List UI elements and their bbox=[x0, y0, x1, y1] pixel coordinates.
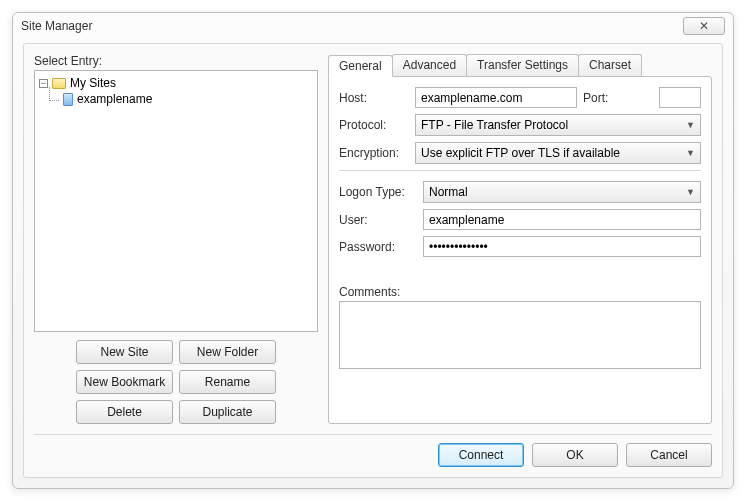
new-folder-button[interactable]: New Folder bbox=[179, 340, 276, 364]
comments-label: Comments: bbox=[339, 285, 701, 299]
server-icon bbox=[63, 93, 73, 106]
tree-item-examplename[interactable]: examplename bbox=[39, 91, 313, 107]
dialog-body: Select Entry: − My Sites examplename New… bbox=[23, 43, 723, 478]
host-input[interactable] bbox=[415, 87, 577, 108]
chevron-down-icon: ▼ bbox=[686, 120, 695, 130]
spacer bbox=[339, 263, 701, 285]
tab-advanced[interactable]: Advanced bbox=[392, 54, 467, 76]
new-bookmark-button[interactable]: New Bookmark bbox=[76, 370, 173, 394]
cancel-button[interactable]: Cancel bbox=[626, 443, 712, 467]
port-input[interactable] bbox=[659, 87, 701, 108]
folder-icon bbox=[52, 78, 66, 89]
password-input[interactable] bbox=[423, 236, 701, 257]
port-label: Port: bbox=[583, 91, 653, 105]
divider bbox=[339, 170, 701, 171]
logon-type-value: Normal bbox=[429, 185, 468, 199]
delete-button[interactable]: Delete bbox=[76, 400, 173, 424]
site-manager-window: Site Manager ✕ Select Entry: − My Sites … bbox=[12, 12, 734, 489]
tab-transfer-settings[interactable]: Transfer Settings bbox=[466, 54, 579, 76]
password-label: Password: bbox=[339, 240, 417, 254]
logon-type-label: Logon Type: bbox=[339, 185, 417, 199]
tree-root-label: My Sites bbox=[70, 76, 116, 90]
tree-root-my-sites[interactable]: − My Sites bbox=[39, 75, 313, 91]
tree-item-label: examplename bbox=[77, 92, 152, 106]
tab-general[interactable]: General bbox=[328, 55, 393, 77]
site-tree[interactable]: − My Sites examplename bbox=[34, 70, 318, 332]
right-column: General Advanced Transfer Settings Chars… bbox=[328, 54, 712, 424]
general-panel: Host: Port: Protocol: FTP - File Transfe… bbox=[328, 76, 712, 424]
dialog-footer: Connect OK Cancel bbox=[34, 434, 712, 467]
user-row: User: bbox=[339, 209, 701, 230]
site-buttons-grid: New Site New Folder New Bookmark Rename … bbox=[34, 340, 318, 424]
connect-button[interactable]: Connect bbox=[438, 443, 524, 467]
window-title: Site Manager bbox=[21, 19, 92, 33]
new-site-button[interactable]: New Site bbox=[76, 340, 173, 364]
user-label: User: bbox=[339, 213, 417, 227]
select-entry-label: Select Entry: bbox=[34, 54, 318, 68]
duplicate-button[interactable]: Duplicate bbox=[179, 400, 276, 424]
protocol-label: Protocol: bbox=[339, 118, 409, 132]
tree-expander-icon[interactable]: − bbox=[39, 79, 48, 88]
password-row: Password: bbox=[339, 236, 701, 257]
comments-textarea[interactable] bbox=[339, 301, 701, 369]
chevron-down-icon: ▼ bbox=[686, 187, 695, 197]
tab-charset[interactable]: Charset bbox=[578, 54, 642, 76]
protocol-select[interactable]: FTP - File Transfer Protocol ▼ bbox=[415, 114, 701, 136]
logon-row: Logon Type: Normal ▼ bbox=[339, 181, 701, 203]
chevron-down-icon: ▼ bbox=[686, 148, 695, 158]
encryption-value: Use explicit FTP over TLS if available bbox=[421, 146, 620, 160]
close-icon: ✕ bbox=[699, 19, 709, 33]
encryption-select[interactable]: Use explicit FTP over TLS if available ▼ bbox=[415, 142, 701, 164]
protocol-row: Protocol: FTP - File Transfer Protocol ▼ bbox=[339, 114, 701, 136]
protocol-value: FTP - File Transfer Protocol bbox=[421, 118, 568, 132]
close-button[interactable]: ✕ bbox=[683, 17, 725, 35]
left-column: Select Entry: − My Sites examplename New… bbox=[34, 54, 318, 424]
titlebar: Site Manager ✕ bbox=[13, 13, 733, 39]
host-row: Host: Port: bbox=[339, 87, 701, 108]
encryption-label: Encryption: bbox=[339, 146, 409, 160]
tab-bar: General Advanced Transfer Settings Chars… bbox=[328, 54, 712, 76]
ok-button[interactable]: OK bbox=[532, 443, 618, 467]
logon-type-select[interactable]: Normal ▼ bbox=[423, 181, 701, 203]
user-input[interactable] bbox=[423, 209, 701, 230]
content-columns: Select Entry: − My Sites examplename New… bbox=[34, 54, 712, 424]
host-label: Host: bbox=[339, 91, 409, 105]
encryption-row: Encryption: Use explicit FTP over TLS if… bbox=[339, 142, 701, 164]
rename-button[interactable]: Rename bbox=[179, 370, 276, 394]
